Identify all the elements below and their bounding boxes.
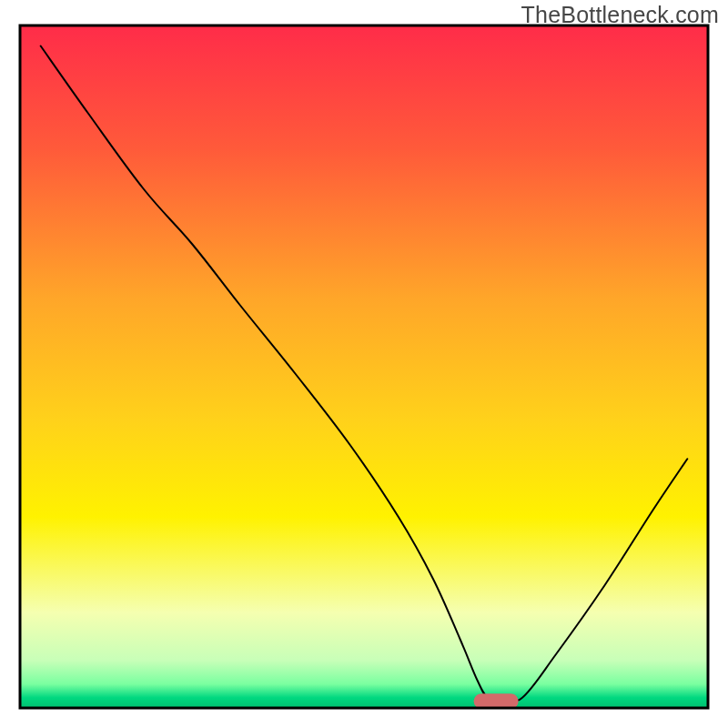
chart-background [20, 25, 708, 708]
watermark-text: TheBottleneck.com [521, 2, 719, 28]
chart-svg [0, 0, 728, 728]
optimal-marker [474, 693, 519, 709]
chart-container: TheBottleneck.com [0, 0, 728, 728]
